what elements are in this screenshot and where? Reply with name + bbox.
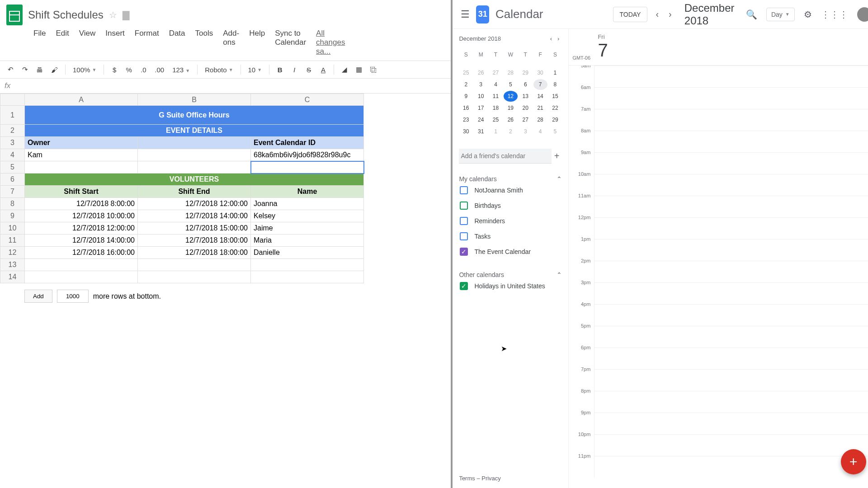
mini-day[interactable]: 31 <box>474 126 488 137</box>
hour-cell[interactable] <box>594 456 868 478</box>
cell-owner-hdr[interactable]: Owner <box>25 137 138 149</box>
mini-day[interactable]: 1 <box>489 126 503 137</box>
calendar-checkbox[interactable] <box>460 217 468 225</box>
menu-insert[interactable]: Insert <box>105 29 125 56</box>
hour-row[interactable]: 6am <box>569 87 868 109</box>
prev-period-icon[interactable]: ‹ <box>654 7 660 21</box>
mini-day[interactable]: 19 <box>504 103 518 113</box>
cell[interactable] <box>138 271 251 283</box>
create-event-fab[interactable]: + <box>841 449 866 474</box>
hour-cell[interactable] <box>594 217 868 239</box>
row-header[interactable]: 3 <box>0 137 25 149</box>
calendar-item[interactable]: ✓Holidays in United States <box>459 278 562 294</box>
menu-icon[interactable]: ☰ <box>461 9 470 20</box>
mini-day[interactable]: 27 <box>519 114 533 125</box>
add-friend-icon[interactable]: + <box>552 151 562 161</box>
day-grid[interactable]: 5am6am7am8am9am10am11am12pm1pm2pm3pm4pm5… <box>569 66 868 488</box>
bold-button[interactable]: B <box>274 64 286 75</box>
font-select[interactable]: Roboto▼ <box>202 65 236 75</box>
hour-row[interactable]: 5pm <box>569 326 868 347</box>
today-button[interactable]: TODAY <box>613 7 648 22</box>
row-header[interactable]: 12 <box>0 247 25 259</box>
save-status[interactable]: All changes sa... <box>316 29 444 56</box>
mini-day[interactable]: 13 <box>519 91 533 102</box>
calendar-item[interactable]: NotJoanna Smith <box>459 183 562 198</box>
cell-event-details[interactable]: EVENT DETAILS <box>25 125 364 137</box>
cell-volunteers[interactable]: VOLUNTEERS <box>25 174 364 186</box>
cell[interactable]: Kelsey <box>251 210 364 222</box>
sheets-logo-icon[interactable] <box>6 5 23 25</box>
row-header[interactable]: 4 <box>0 149 25 161</box>
mini-day[interactable]: 25 <box>489 114 503 125</box>
cell[interactable]: 12/7/2018 14:00:00 <box>25 235 138 247</box>
mini-day[interactable]: 14 <box>533 91 547 102</box>
cell[interactable]: Joanna <box>251 198 364 210</box>
hour-row[interactable]: 10pm <box>569 434 868 456</box>
mini-day[interactable]: 5 <box>504 79 518 90</box>
hour-cell[interactable] <box>594 131 868 152</box>
row-header[interactable]: 5 <box>0 161 25 174</box>
hour-row[interactable]: 4pm <box>569 304 868 326</box>
hour-cell[interactable] <box>594 304 868 326</box>
add-rows-button[interactable]: Add <box>24 290 52 303</box>
mini-day[interactable]: 27 <box>489 67 503 78</box>
formula-input[interactable] <box>23 82 446 90</box>
menu-addons[interactable]: Add-ons <box>223 29 239 56</box>
star-icon[interactable]: ☆ <box>109 9 117 20</box>
italic-button[interactable]: I <box>288 64 300 75</box>
hour-row[interactable]: 6pm <box>569 347 868 369</box>
view-select[interactable]: Day▼ <box>766 8 795 21</box>
borders-icon[interactable]: ▦ <box>353 64 365 75</box>
cell-event-cal-hdr[interactable]: Event Calendar ID <box>251 137 364 149</box>
hour-row[interactable]: 12pm <box>569 217 868 239</box>
row-header[interactable]: 8 <box>0 198 25 210</box>
menu-help[interactable]: Help <box>249 29 265 56</box>
cell[interactable]: 12/7/2018 14:00:00 <box>138 210 251 222</box>
cell[interactable]: 12/7/2018 18:00:00 <box>138 247 251 259</box>
cell[interactable] <box>25 161 138 174</box>
mini-prev-icon[interactable]: ‹ <box>547 35 555 42</box>
hour-row[interactable]: 11pm <box>569 456 868 478</box>
col-header-a[interactable]: A <box>25 94 138 106</box>
cell[interactable] <box>138 149 251 161</box>
print-icon[interactable]: 🖶 <box>33 64 46 75</box>
hour-cell[interactable] <box>594 174 868 196</box>
doc-title[interactable]: Shift Schedules <box>28 9 104 21</box>
cell-shift-end-hdr[interactable]: Shift End <box>138 186 251 198</box>
mini-day[interactable]: 8 <box>548 79 562 90</box>
mini-day[interactable]: 21 <box>533 103 547 113</box>
hour-cell[interactable] <box>594 196 868 217</box>
hour-row[interactable]: 10am <box>569 174 868 196</box>
calendar-item[interactable]: Tasks <box>459 229 562 244</box>
mini-next-icon[interactable]: › <box>555 35 562 42</box>
cell-shift-start-hdr[interactable]: Shift Start <box>25 186 138 198</box>
hour-row[interactable]: 3pm <box>569 282 868 304</box>
folder-icon[interactable]: ▇ <box>123 9 129 20</box>
menu-data[interactable]: Data <box>169 29 185 56</box>
next-period-icon[interactable]: › <box>667 7 674 21</box>
cell[interactable]: 12/7/2018 10:00:00 <box>25 210 138 222</box>
font-size-select[interactable]: 10▼ <box>245 65 265 75</box>
cell[interactable]: 12/7/2018 16:00:00 <box>25 247 138 259</box>
zoom-select[interactable]: 100%▼ <box>70 65 99 75</box>
mini-day[interactable]: 2 <box>504 126 518 137</box>
fill-color-icon[interactable]: ◢ <box>339 64 350 75</box>
cell[interactable]: 12/7/2018 15:00:00 <box>138 222 251 235</box>
mini-day[interactable]: 18 <box>489 103 503 113</box>
calendar-item[interactable]: Birthdays <box>459 198 562 213</box>
row-header[interactable]: 7 <box>0 186 25 198</box>
account-avatar[interactable] <box>857 7 868 22</box>
settings-icon[interactable]: ⚙ <box>804 9 812 20</box>
col-header-c[interactable]: C <box>251 94 364 106</box>
calendar-item[interactable]: Reminders <box>459 213 562 229</box>
menu-view[interactable]: View <box>79 29 96 56</box>
more-formats[interactable]: 123 ▼ <box>170 64 193 75</box>
cell[interactable]: Danielle <box>251 247 364 259</box>
mini-day[interactable]: 30 <box>459 126 473 137</box>
format-currency[interactable]: $ <box>108 64 120 75</box>
cell[interactable]: 12/7/2018 8:00:00 <box>25 198 138 210</box>
cell[interactable] <box>251 271 364 283</box>
cell[interactable]: 12/7/2018 12:00:00 <box>138 198 251 210</box>
mini-day[interactable]: 20 <box>519 103 533 113</box>
row-header[interactable]: 14 <box>0 271 25 283</box>
